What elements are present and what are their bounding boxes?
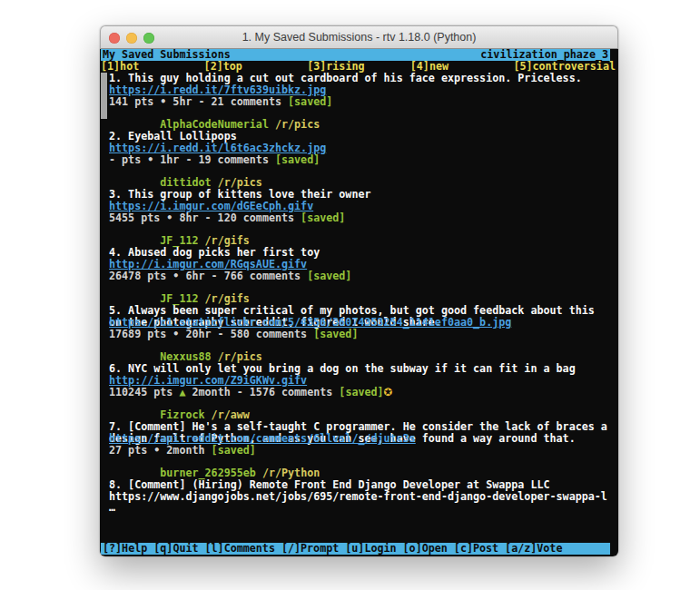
submission-stats: - pts • 1hr - 19 comments [saved] xyxy=(109,154,618,166)
submission-row[interactable]: 2. Eyeball Lollipops https://i.redd.it/l… xyxy=(101,131,618,177)
submission-author-line: Nexxus88 /r/pics xyxy=(109,339,618,351)
minimize-button[interactable] xyxy=(126,33,137,44)
submission-title: 4. Abused dog picks her first toy xyxy=(109,247,618,259)
submission-title: 5. Always been super critical of my phot… xyxy=(109,305,618,317)
selection-gutter xyxy=(101,189,109,235)
submission-row[interactable]: 1. This guy holding a cut out cardboard … xyxy=(101,73,618,119)
footer-command-quit[interactable]: [q]Quit xyxy=(153,543,198,555)
selection-gutter xyxy=(101,247,109,293)
footer-command-prompt[interactable]: [/]Prompt xyxy=(281,543,339,555)
footer-command-help[interactable]: [?]Help xyxy=(103,543,147,555)
command-bar: [?]Help[q]Quit[l]Comments[/]Prompt[u]Log… xyxy=(101,543,610,555)
tab-controversial[interactable]: [5]controversial xyxy=(513,61,616,73)
submission-list: 1. This guy holding a cut out cardboard … xyxy=(101,73,618,543)
submission-author[interactable]: burner_262955eb xyxy=(160,467,256,479)
submission-stats: 17689 pts • 20hr - 580 comments [saved] xyxy=(109,329,618,340)
submission-author-line: JF_112 /r/gifs xyxy=(109,223,618,235)
submission-stats: 26478 pts • 6hr - 766 comments [saved] xyxy=(109,270,618,282)
footer-command-comments[interactable]: [l]Comments xyxy=(205,543,275,555)
submission-row[interactable]: 3. This group of kittens love their owne… xyxy=(101,189,618,235)
submission-title: 3. This group of kittens love their owne… xyxy=(109,189,618,201)
close-button[interactable] xyxy=(109,33,120,44)
selection-gutter xyxy=(101,363,109,409)
selection-gutter xyxy=(101,305,109,351)
submission-author-line: burner_262955eb /r/Python xyxy=(109,456,618,467)
submission-author-line: JF_112 /r/gifs xyxy=(109,281,618,293)
submission-author-line: Fizrock /r/aww xyxy=(109,398,618,409)
submission-author[interactable]: Fizrock xyxy=(160,408,204,421)
window-title: 1. My Saved Submissions - rtv 1.18.0 (Py… xyxy=(242,31,477,44)
footer-command-open[interactable]: [o]Open xyxy=(403,543,448,555)
tab-rising[interactable]: [3]rising xyxy=(307,61,410,73)
submission-subreddit[interactable]: /r/pics xyxy=(275,118,320,131)
footer-command-post[interactable]: [c]Post xyxy=(454,543,498,555)
submission-stats: 141 pts • 5hr - 21 comments [saved] xyxy=(109,96,618,108)
submission-title: 1. This guy holding a cut out cardboard … xyxy=(109,73,618,84)
selection-gutter xyxy=(101,479,109,491)
submission-row[interactable]: 8. [Comment] (Hiring) Remote Front End D… xyxy=(101,479,618,491)
terminal: My Saved Submissions civilization_phaze_… xyxy=(100,49,618,556)
footer-command-login[interactable]: [u]Login xyxy=(345,543,396,555)
submission-stats: 27 pts • 2month [saved] xyxy=(109,445,618,457)
submission-subreddit[interactable]: /r/aww xyxy=(212,408,250,421)
zoom-button[interactable] xyxy=(143,33,154,44)
submission-row[interactable]: 4. Abused dog picks her first toy http:/… xyxy=(101,247,618,293)
tab-new[interactable]: [4]new xyxy=(410,61,514,73)
app-window: 1. My Saved Submissions - rtv 1.18.0 (Py… xyxy=(100,25,618,556)
footer-command-vote[interactable]: [a/z]Vote xyxy=(505,543,562,555)
submission-subreddit[interactable]: /r/Python xyxy=(262,467,320,479)
submission-author-line: dittidot /r/pics xyxy=(109,165,618,177)
selection-gutter xyxy=(101,73,109,119)
tab-hot[interactable]: [1]hot xyxy=(101,61,204,73)
selection-gutter xyxy=(101,421,109,467)
selection-cursor xyxy=(101,73,107,119)
submission-title: 6. NYC will only let you bring a dog on … xyxy=(109,363,618,375)
submission-stats: 5455 pts • 8hr - 120 comments [saved] xyxy=(109,212,618,224)
submission-title: 8. [Comment] (Hiring) Remote Front End D… xyxy=(109,479,618,491)
submission-row[interactable]: 7. [Comment] He's a self-taught C progra… xyxy=(101,421,618,467)
tab-top[interactable]: [2]top xyxy=(204,61,308,73)
submission-row[interactable]: 6. NYC will only let you bring a dog on … xyxy=(101,363,618,409)
submission-author-line: AlphaCodeNumerial /r/pics xyxy=(109,107,618,119)
submission-title: 2. Eyeball Lollipops xyxy=(109,131,618,143)
traffic-lights xyxy=(109,33,154,44)
window-titlebar[interactable]: 1. My Saved Submissions - rtv 1.18.0 (Py… xyxy=(100,25,618,49)
submission-stats: 110245 pts ▲ 2month - 1576 comments [sav… xyxy=(109,387,618,398)
gilded-star-icon: ✪ xyxy=(384,386,393,398)
tab-bar: [1]hot[2]top[3]rising[4]new[5]controvers… xyxy=(101,61,616,73)
selection-gutter xyxy=(101,131,109,177)
submission-title: 7. [Comment] He's a self-taught C progra… xyxy=(109,421,618,433)
submission-row[interactable]: 5. Always been super critical of my phot… xyxy=(101,305,618,351)
